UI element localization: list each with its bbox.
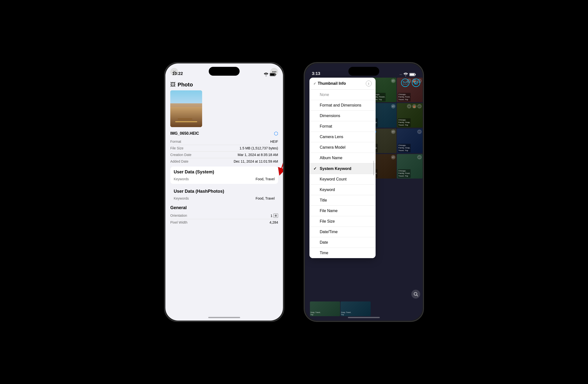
- phone1-screen: 10:22 ✕ Info •••: [165, 63, 283, 321]
- h-icon-4: H: [407, 104, 411, 108]
- checkmark-icon-btn[interactable]: [412, 79, 420, 87]
- tag-icon-6: 🏷: [417, 130, 422, 134]
- keywords-value-2: Food, Travel: [255, 196, 275, 200]
- dropdown-label-camera-lens: Camera Lens: [320, 135, 343, 139]
- dropdown-label-date: Date: [320, 240, 328, 245]
- phone2-top-icons: [401, 79, 420, 87]
- grid-cell-6[interactable]: 🏷 Chicago,Family, Snap,Travel, Trip: [397, 129, 423, 153]
- dropdown-label-dimensions: Dimensions: [320, 114, 340, 118]
- photo-section-header: 🖼 Photo: [170, 78, 278, 90]
- share-icon-4: 📤: [412, 104, 417, 108]
- dropdown-item-file-name[interactable]: File Name: [309, 206, 376, 216]
- search-button[interactable]: [411, 290, 420, 299]
- orientation-badge: ⊞: [273, 214, 278, 218]
- status-icons: [264, 73, 276, 76]
- keywords-label-1: Keywords: [174, 177, 189, 181]
- tag-icon-8: 🏷: [417, 155, 422, 160]
- power-button[interactable]: [283, 108, 284, 128]
- creation-value: Mar 1, 2024 at 8:35:18 AM: [238, 153, 278, 157]
- user-data-system-title: User Data (System): [174, 169, 275, 175]
- file-name: IMG_0650.HEIC: [170, 131, 199, 136]
- volume-down-button[interactable]: [164, 117, 165, 129]
- bottom-thumbnails: Snap, Travel,Trip Snap, Travel,Trip: [310, 302, 371, 316]
- dropdown-label-album-name: Album Name: [320, 156, 342, 160]
- check-system-keyword: ✓: [313, 166, 317, 171]
- mail-icon: [403, 81, 407, 84]
- svg-rect-3: [270, 74, 275, 75]
- dropdown-item-album-name[interactable]: Album Name: [309, 153, 376, 163]
- photo-sim: [170, 90, 202, 127]
- general-pixelwidth-row: Pixel Width 4,284: [170, 219, 278, 225]
- bottom-thumb-2[interactable]: Snap, Travel,Trip: [340, 302, 371, 316]
- user-data-system-keywords-row: Keywords Food, Travel: [174, 177, 275, 181]
- volume-up-button[interactable]: [164, 102, 165, 114]
- user-data-system-container: User Data (System) Keywords Food, Travel: [170, 166, 278, 184]
- dropdown-label-format: Format: [320, 124, 332, 129]
- orientation-label: Orientation: [170, 214, 187, 218]
- pixelwidth-value: 4,284: [270, 221, 278, 224]
- scroll-indicator: [373, 161, 374, 175]
- general-title: General: [170, 205, 278, 210]
- dropdown-item-keyword-count[interactable]: Keyword Count: [309, 174, 376, 185]
- added-label: Added Date: [170, 160, 189, 163]
- orientation-value: 1: [271, 214, 273, 218]
- volume-down-button-2[interactable]: [304, 117, 305, 129]
- dropdown-label-none: None: [320, 93, 329, 97]
- file-name-row: IMG_0650.HEIC ⬡: [170, 131, 278, 136]
- dropdown-label-title: Title: [320, 198, 327, 202]
- general-section: General Orientation 1 ⊞ Pixel Width 4,28…: [170, 205, 278, 225]
- dropdown-item-camera-model[interactable]: Camera Model: [309, 142, 376, 153]
- grid-cell-7-icons: 🏷: [391, 155, 396, 160]
- bottom-thumb-1[interactable]: Snap, Travel,Trip: [310, 302, 340, 316]
- dropdown-label-system-keyword: System Keyword: [320, 166, 351, 171]
- chevron-down-icon: ✓: [313, 81, 316, 85]
- info-row-format: Format HEIF: [170, 138, 278, 145]
- dropdown-label-keyword: Keyword: [320, 188, 335, 192]
- dropdown-item-system-keyword[interactable]: ✓ System Keyword: [309, 163, 376, 174]
- user-data-hash-keywords-row: Keywords Food, Travel: [174, 196, 275, 200]
- battery-icon: [270, 73, 276, 76]
- info-button[interactable]: i: [366, 81, 372, 86]
- info-row-added: Added Date Dec 11, 2024 at 11:01:59 AM: [170, 158, 278, 164]
- dropdown-header-left: ✓ Thumbnail Info: [313, 81, 346, 86]
- dropdown-item-format-dimensions[interactable]: Format and Dimensions: [309, 100, 376, 111]
- dropdown-item-file-size[interactable]: File Size: [309, 216, 376, 227]
- grid-cell-4[interactable]: H 📤 🏷 Chicago,Family, Snap,Travel, Trip: [397, 103, 423, 128]
- dropdown-item-none[interactable]: None: [309, 90, 376, 100]
- grid-cell-6-icons: 🏷: [417, 130, 422, 134]
- pixelwidth-label: Pixel Width: [170, 221, 188, 224]
- dropdown-item-format[interactable]: Format: [309, 121, 376, 132]
- dropdown-item-camera-lens[interactable]: Camera Lens: [309, 132, 376, 142]
- orientation-value-container: 1 ⊞: [271, 214, 278, 218]
- grid-cell-4-tag: Chicago,Family, Snap,Travel, Trip: [398, 118, 411, 127]
- volume-up-button-2[interactable]: [304, 102, 305, 114]
- grid-cell-8-tag: Chicago,Family, Food,Travel, Trip: [398, 169, 411, 178]
- photo-grid-right: 🏷 Chicago,Family, Flower,Travel, Trip 🏷 …: [371, 78, 423, 301]
- added-value: Dec 11, 2024 at 11:01:59 AM: [234, 160, 278, 163]
- cloud-icon: ⬡: [274, 131, 278, 136]
- dropdown-item-keyword[interactable]: Keyword: [309, 185, 376, 195]
- silent-button[interactable]: [164, 95, 165, 103]
- info-row-filesize: File Size 1.5 MB (1,512,737 bytes): [170, 145, 278, 152]
- grid-cell-8[interactable]: 🏷 Chicago,Family, Food,Travel, Trip: [397, 154, 423, 179]
- status-time-2: 3:13: [312, 71, 320, 76]
- filesize-label: File Size: [170, 146, 184, 150]
- dropdown-item-date[interactable]: Date: [309, 237, 376, 248]
- dropdown-item-time[interactable]: Time: [309, 248, 376, 258]
- silent-button-2[interactable]: [304, 95, 305, 103]
- dropdown-label-format-dimensions: Format and Dimensions: [320, 103, 361, 107]
- mail-icon-btn[interactable]: [401, 79, 409, 87]
- power-button-2[interactable]: [423, 108, 424, 128]
- dynamic-island-2: [348, 67, 379, 76]
- dropdown-item-datetime[interactable]: Date/Time: [309, 227, 376, 237]
- dropdown-item-dimensions[interactable]: Dimensions: [309, 111, 376, 121]
- grid-cell-5-icons: 🏷: [391, 130, 396, 134]
- grid-cell-1-icons: 🏷: [391, 79, 396, 83]
- dropdown-item-title[interactable]: Title: [309, 195, 376, 206]
- photo-thumbnail: [170, 90, 202, 127]
- grid-cell-8-icons: 🏷: [417, 155, 422, 160]
- grid-row-2: 🏷 go,Snap,Trip H 📤 🏷 Chicago,Family, Sna…: [371, 103, 423, 128]
- dropdown-label-file-name: File Name: [320, 209, 338, 213]
- tag-icon-4: 🏷: [417, 104, 422, 108]
- wifi-icon-2: [403, 73, 408, 76]
